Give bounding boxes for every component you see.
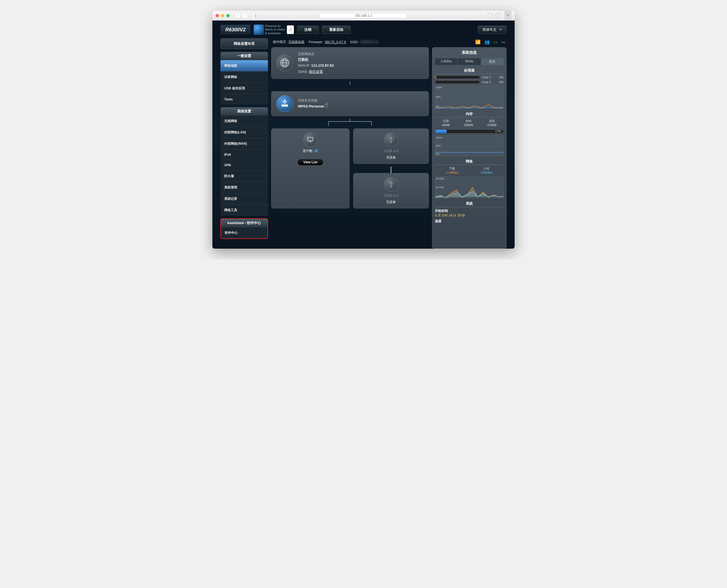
router-icon — [276, 95, 293, 112]
usb-icon — [384, 177, 398, 191]
sidebar-item-network-map[interactable]: 网络地图 — [220, 60, 268, 71]
browser-titlebar: ‹ › ▥ 192.168.1.1 + — [212, 11, 515, 21]
sidebar-item-wireless[interactable]: 无线网络 — [220, 115, 268, 127]
view-clients-button[interactable]: View List — [298, 159, 323, 165]
reboot-button[interactable]: 重新启动 — [322, 26, 350, 34]
network-chart: 50 KB/s25 KB/s0 KB/s — [435, 176, 504, 198]
cpu-chart: 100%50%0% — [435, 85, 504, 108]
wireless-security-card[interactable]: 无线安全层级: WPA2-Personal — [271, 91, 429, 116]
forward-button[interactable]: › — [241, 13, 248, 18]
sidebar-item-usb-app[interactable]: USB 相关应用 — [220, 83, 268, 94]
sidebar-item-guest-network[interactable]: 访客网络 — [220, 71, 268, 83]
firmware-branding: Powered by Merlin & Vortex & koolshare 八 — [254, 24, 294, 35]
lan-status-icon[interactable]: ▭ — [494, 39, 498, 45]
chevron-down-icon — [499, 29, 502, 30]
usb-status-icon[interactable]: ⇆ — [501, 39, 505, 45]
svg-rect-5 — [281, 104, 288, 107]
sidebar-item-software-center[interactable]: 软件中心 — [221, 227, 268, 238]
wifi-status-icon[interactable]: 📶 — [475, 39, 480, 45]
operation-mode-link[interactable]: 无线路由器 — [288, 40, 304, 44]
tab-status[interactable]: 状态 — [481, 58, 504, 65]
svg-rect-6 — [308, 138, 313, 141]
sidebar-item-firewall[interactable]: 防火墙 — [220, 170, 268, 182]
sidebar-toggle-icon[interactable]: ▥ — [252, 13, 259, 18]
svg-marker-12 — [390, 181, 392, 183]
maximize-window-icon[interactable] — [227, 14, 230, 17]
clients-card[interactable]: 用户数: 15 View List — [271, 128, 349, 208]
usb2-card[interactable]: USB 2.0 无设备 — [353, 173, 429, 208]
tab-24ghz[interactable]: 2.4GHz — [435, 58, 457, 65]
tab-5ghz[interactable]: 5GHz — [458, 58, 480, 65]
merlin-logo-icon — [254, 25, 264, 35]
sidebar-item-administration[interactable]: 系统管理 — [220, 182, 268, 193]
system-info-panel: 系统信息 2.4GHz 5GHz 状态 处理器 Core 1 2% — [432, 47, 507, 249]
minimize-window-icon[interactable] — [221, 14, 224, 17]
memory-chart: 100%50%0% — [435, 135, 504, 156]
router-model: R6300V2 — [220, 25, 251, 35]
close-window-icon[interactable] — [216, 14, 219, 17]
sidebar-item-system-log[interactable]: 系统记录 — [220, 193, 268, 204]
new-tab-button[interactable]: + — [505, 11, 511, 21]
address-bar[interactable]: 192.168.1.1 — [320, 13, 407, 18]
lock-icon — [325, 104, 328, 107]
network-setup-wizard-button[interactable]: 网络设置向导 — [220, 38, 268, 49]
mahjong-tile-icon: 八 — [287, 25, 294, 34]
sidebar-item-lan[interactable]: 内部网络(LAN) — [220, 127, 268, 138]
share-icon[interactable] — [488, 13, 492, 18]
sidebar-item-vpn[interactable]: VPN — [220, 160, 268, 170]
status-bar: 操作模式: 无线路由器 Firmware: 380.70_0-X7.9 SSID… — [271, 38, 507, 47]
sidebar-item-wan[interactable]: 外部网络(WAN) — [220, 138, 268, 149]
monitor-icon — [303, 132, 317, 147]
language-select[interactable]: 简体中文 — [478, 26, 507, 34]
svg-marker-9 — [390, 136, 392, 138]
back-button[interactable]: ‹ — [235, 13, 241, 18]
globe-icon — [276, 55, 293, 71]
usb-icon — [384, 132, 398, 147]
sidebar-header-advanced: 高级设置 — [220, 107, 268, 115]
svg-rect-7 — [309, 142, 312, 142]
ddns-settings-link[interactable]: 前往设置 — [309, 70, 323, 74]
logout-button[interactable]: 注销 — [297, 26, 319, 34]
tabs-icon[interactable] — [496, 13, 500, 18]
sidebar-item-network-tools[interactable]: 网络工具 — [220, 204, 268, 216]
sidebar-header-general: 一般设置 — [220, 52, 268, 60]
sidebar-header-koolshare: koolshare - 软件中心 — [221, 219, 268, 227]
sidebar-item-tools[interactable]: Tools — [220, 94, 268, 104]
internet-status-card[interactable]: 互联网状态: 已联机 WAN IP: 111.172.87.63 DDNS: 前… — [271, 47, 429, 79]
usb3-card[interactable]: USB 3.0 无设备 — [353, 128, 429, 164]
clients-status-icon[interactable]: 👥 — [485, 39, 490, 45]
firmware-version-link[interactable]: 380.70_0-X7.9 — [325, 40, 346, 44]
sidebar-item-ipv6[interactable]: IPv6 — [220, 149, 268, 160]
